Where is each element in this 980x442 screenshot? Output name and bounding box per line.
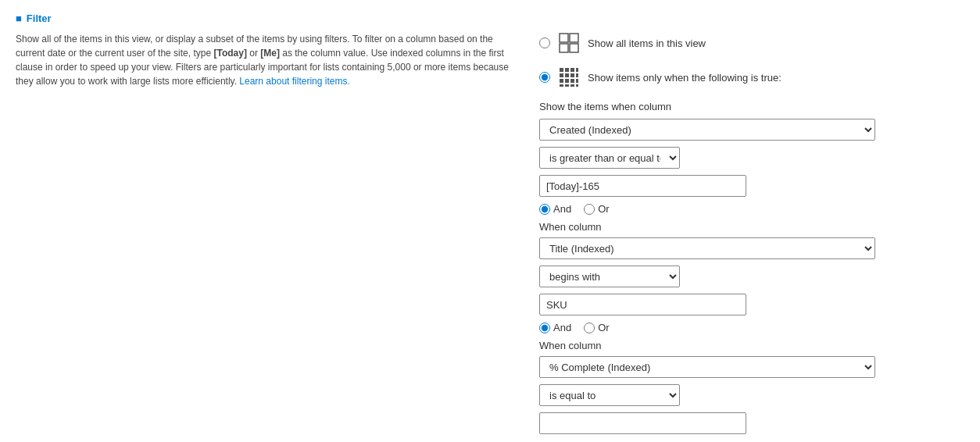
svg-rect-4	[560, 68, 563, 72]
svg-rect-17	[565, 84, 569, 87]
svg-rect-11	[576, 73, 578, 77]
when-column-label-2: When column	[539, 221, 964, 233]
third-clause-condition-row: is equal to is not equal to is less than…	[539, 384, 964, 406]
and-label-1[interactable]: And	[539, 203, 571, 215]
when-column-label-3: When column	[539, 340, 964, 351]
description-text: Show all of the items in this view, or d…	[16, 32, 516, 88]
third-clause-column-dropdown[interactable]: % Complete (Indexed) Created (Indexed) T…	[539, 356, 875, 378]
show-all-option: Show all items in this view	[539, 32, 964, 54]
svg-rect-0	[560, 34, 568, 42]
third-clause-column-row: % Complete (Indexed) Created (Indexed) T…	[539, 356, 964, 378]
svg-rect-18	[570, 84, 574, 87]
first-clause-condition-row: is equal to is not equal to is less than…	[539, 147, 964, 169]
svg-rect-16	[560, 84, 563, 87]
svg-rect-12	[560, 79, 563, 83]
and-label-2[interactable]: And	[539, 322, 571, 333]
learn-link[interactable]: Learn about filtering items.	[239, 76, 349, 87]
svg-rect-13	[565, 79, 569, 83]
second-clause-value-row	[539, 294, 964, 315]
first-clause-column-row: Created (Indexed) Title (Indexed) % Comp…	[539, 119, 964, 141]
and-or-group-2: And Or	[539, 322, 964, 333]
show-conditional-option: Show items only when the following is tr…	[539, 66, 964, 88]
svg-rect-9	[565, 73, 569, 77]
third-clause-condition-dropdown[interactable]: is equal to is not equal to is less than…	[539, 384, 680, 406]
and-text-2: And	[553, 322, 571, 333]
or-label-1[interactable]: Or	[584, 203, 609, 215]
right-panel: Show all items in this view	[539, 32, 964, 440]
third-clause-value-input[interactable]	[539, 412, 746, 434]
svg-rect-1	[570, 34, 578, 42]
third-clause-value-row	[539, 412, 964, 434]
filter-section: Show the items when column Created (Inde…	[539, 101, 964, 434]
and-radio-2[interactable]	[539, 323, 550, 333]
or-text-2: Or	[598, 322, 609, 333]
second-clause-condition-dropdown[interactable]: begins with is equal to is not equal to …	[539, 266, 680, 287]
first-clause-value-input[interactable]	[539, 175, 746, 197]
or-radio-2[interactable]	[584, 323, 595, 333]
show-conditional-icon	[558, 66, 580, 88]
and-radio-1[interactable]	[539, 204, 550, 215]
show-all-label: Show all items in this view	[588, 37, 706, 49]
show-all-icon	[558, 32, 580, 54]
svg-rect-10	[570, 73, 574, 77]
svg-rect-3	[570, 44, 578, 52]
or-label-2[interactable]: Or	[584, 322, 609, 333]
filter-icon: ■	[16, 12, 22, 24]
second-clause-value-input[interactable]	[539, 294, 746, 315]
first-clause-column-dropdown[interactable]: Created (Indexed) Title (Indexed) % Comp…	[539, 119, 875, 141]
first-clause-value-row	[539, 175, 964, 197]
and-text-1: And	[553, 203, 571, 215]
first-clause-condition-dropdown[interactable]: is equal to is not equal to is less than…	[539, 147, 680, 169]
filter-header: ■ Filter	[16, 12, 964, 24]
svg-rect-15	[576, 79, 578, 83]
main-layout: Show all of the items in this view, or d…	[16, 32, 964, 440]
svg-rect-6	[570, 68, 574, 72]
or-radio-1[interactable]	[584, 204, 595, 215]
svg-rect-2	[560, 44, 568, 52]
show-conditional-radio[interactable]	[539, 72, 550, 83]
or-text-1: Or	[598, 203, 609, 215]
show-items-label: Show the items when column	[539, 101, 964, 112]
second-clause-column-row: Title (Indexed) Created (Indexed) % Comp…	[539, 237, 964, 259]
svg-rect-14	[570, 79, 574, 83]
svg-rect-5	[565, 68, 569, 72]
svg-rect-19	[576, 84, 578, 87]
second-clause-condition-row: begins with is equal to is not equal to …	[539, 266, 964, 287]
show-conditional-label: Show items only when the following is tr…	[588, 72, 781, 84]
svg-rect-8	[560, 73, 563, 77]
left-panel: Show all of the items in this view, or d…	[16, 32, 516, 88]
second-clause-column-dropdown[interactable]: Title (Indexed) Created (Indexed) % Comp…	[539, 237, 875, 259]
filter-link[interactable]: Filter	[27, 12, 52, 24]
svg-rect-7	[576, 68, 578, 72]
show-all-radio[interactable]	[539, 37, 550, 48]
and-or-group-1: And Or	[539, 203, 964, 215]
